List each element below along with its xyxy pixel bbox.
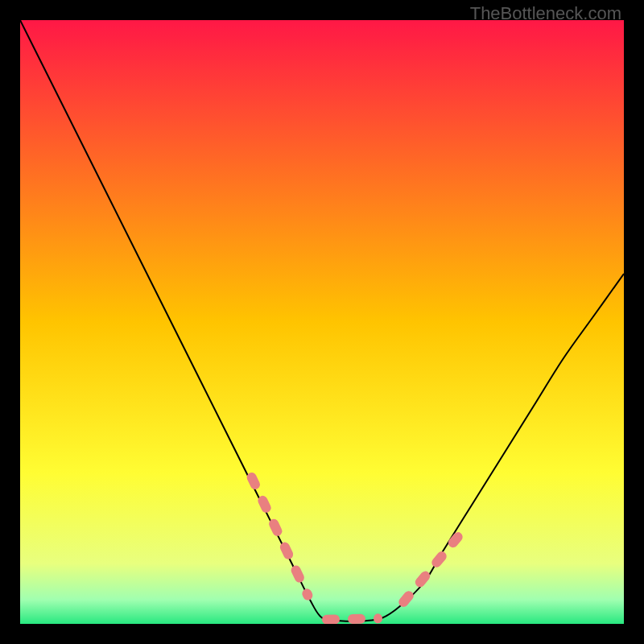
gradient-background — [20, 20, 624, 624]
chart-container: TheBottleneck.com — [0, 0, 644, 644]
highlight-dash — [348, 614, 365, 624]
plot-area — [20, 20, 624, 624]
highlight-dash — [322, 614, 340, 624]
